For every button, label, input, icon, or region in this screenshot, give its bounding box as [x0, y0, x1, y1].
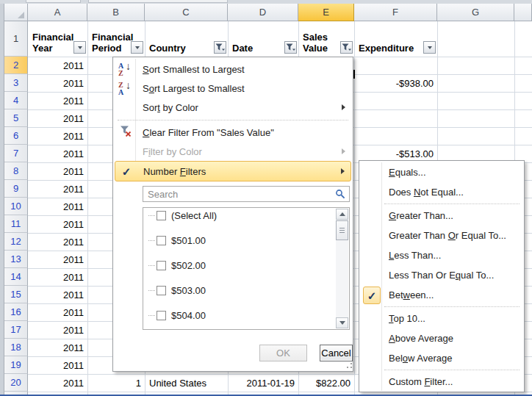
- cell-b20[interactable]: 1: [88, 375, 145, 392]
- column-header-c[interactable]: C: [145, 4, 228, 21]
- row-header-1[interactable]: 1: [4, 21, 28, 57]
- column-header-g[interactable]: G: [437, 4, 514, 21]
- filter-button-country[interactable]: [214, 41, 226, 54]
- list-scrollbar[interactable]: [336, 209, 348, 328]
- cancel-button[interactable]: Cancel: [320, 345, 353, 361]
- filter-button-financial-year[interactable]: [73, 41, 86, 54]
- cell-a11[interactable]: 2011: [29, 216, 87, 233]
- cell-d20[interactable]: 2011-01-19: [229, 375, 298, 392]
- filter-button-date[interactable]: [284, 41, 297, 54]
- filter-value-item-503-00[interactable]: $503.00: [143, 284, 349, 297]
- menu-item-top-10[interactable]: Top 10...: [361, 309, 522, 328]
- row-header-13[interactable]: 13: [4, 251, 28, 268]
- cell-a14[interactable]: 2011: [29, 269, 87, 286]
- row-header-14[interactable]: 14: [4, 268, 28, 286]
- filter-button-financial-period[interactable]: [131, 41, 143, 54]
- row-header-17[interactable]: 17: [4, 321, 28, 339]
- scroll-up-button[interactable]: [336, 209, 348, 220]
- filter-value-item-501-00[interactable]: $501.00: [143, 234, 349, 247]
- cell-a8[interactable]: 2011: [29, 163, 87, 180]
- column-header-a[interactable]: A: [28, 4, 87, 21]
- row-header-9[interactable]: 9: [4, 180, 28, 198]
- search-icon[interactable]: [335, 189, 346, 200]
- column-header-e[interactable]: E: [298, 4, 354, 21]
- menu-item-clear-filter-from-sales-value[interactable]: Clear Filter From "Sales Value": [115, 123, 351, 142]
- cell-a2[interactable]: 2011: [29, 57, 87, 74]
- submenu-arrow-icon: [342, 148, 345, 154]
- column-header-b[interactable]: B: [87, 4, 145, 21]
- cell-a5[interactable]: 2011: [29, 110, 87, 127]
- row-header-4[interactable]: 4: [4, 92, 28, 109]
- cell-a9[interactable]: 2011: [29, 181, 87, 198]
- cell-a6[interactable]: 2011: [29, 128, 87, 145]
- cell-a19[interactable]: 2011: [29, 357, 87, 374]
- row-header-12[interactable]: 12: [4, 233, 28, 251]
- row-header-8[interactable]: 8: [4, 162, 28, 180]
- filter-button-sales-value[interactable]: [340, 41, 353, 54]
- row-header-3[interactable]: 3: [4, 74, 28, 92]
- row-header-20[interactable]: 20: [4, 374, 28, 392]
- column-header-f[interactable]: F: [354, 4, 437, 21]
- menu-item-number-filters[interactable]: ✓Number Filters: [115, 161, 351, 181]
- row-header-15[interactable]: 15: [4, 286, 28, 303]
- value-label: $503.00: [166, 285, 206, 296]
- menu-item-sort-by-color[interactable]: Sort by Color: [115, 98, 351, 117]
- cell-a7[interactable]: 2011: [29, 145, 87, 162]
- menu-item-custom-filter[interactable]: Custom Filter...: [361, 372, 522, 392]
- menu-item-between[interactable]: ✓Between...: [361, 285, 522, 305]
- value-checkbox[interactable]: [157, 261, 166, 270]
- label-post: ess Than...: [394, 250, 441, 261]
- menu-item-above-average[interactable]: Above Average: [361, 328, 522, 348]
- menu-item-greater-than[interactable]: Greater Than...: [361, 206, 522, 226]
- cell-a18[interactable]: 2011: [29, 339, 87, 356]
- value-checkbox[interactable]: [157, 311, 166, 320]
- menu-item-less-than-or-equal-to[interactable]: Less Than Or Equal To...: [361, 265, 522, 285]
- cell-a3[interactable]: 2011: [29, 75, 87, 92]
- filter-value-item-502-00[interactable]: $502.00: [143, 259, 349, 272]
- cell-e20[interactable]: $822.00: [299, 375, 354, 392]
- cell-a17[interactable]: 2011: [29, 322, 87, 339]
- row-header-19[interactable]: 19: [4, 356, 28, 374]
- menu-item-does-not-equal[interactable]: Does Not Equal...: [361, 182, 522, 202]
- scrollbar-thumb[interactable]: [336, 220, 348, 240]
- row-header-7[interactable]: 7: [4, 145, 28, 162]
- filter-value-item-504-00[interactable]: $504.00: [143, 309, 349, 322]
- cell-a16[interactable]: 2011: [29, 304, 87, 321]
- cell-a15[interactable]: 2011: [29, 287, 87, 303]
- cell-a13[interactable]: 2011: [29, 251, 87, 268]
- row-header-10[interactable]: 10: [4, 198, 28, 215]
- scroll-down-button[interactable]: [336, 317, 348, 328]
- cell-c20[interactable]: United States: [145, 375, 228, 392]
- row-header-2[interactable]: 2: [4, 57, 28, 74]
- row-header-5[interactable]: 5: [4, 109, 28, 127]
- cell-a10[interactable]: 2011: [29, 198, 87, 215]
- column-header-partial[interactable]: [514, 4, 532, 21]
- cell-f3[interactable]: -$938.00: [355, 75, 437, 92]
- search-input[interactable]: [143, 186, 350, 202]
- select-all-corner[interactable]: [4, 4, 28, 21]
- menu-item-below-average[interactable]: Below Average: [361, 348, 522, 368]
- label-pre: Bet: [389, 289, 403, 300]
- value-checkbox[interactable]: [157, 236, 166, 245]
- menu-item-sort-largest-to-smallest[interactable]: ZA↓Sort Largest to Smallest: [115, 79, 351, 98]
- label-post: lear Filter From "Sales Value": [149, 127, 273, 138]
- column-header-d[interactable]: D: [228, 4, 298, 21]
- cell-a20[interactable]: 2011: [29, 375, 87, 392]
- label-post: ort Smallest to Largest: [149, 64, 245, 75]
- row-header-16[interactable]: 16: [4, 303, 28, 321]
- menu-item-less-than[interactable]: Less Than...: [361, 245, 522, 265]
- dropdown-arrow-icon: [78, 46, 82, 49]
- cell-a4[interactable]: 2011: [29, 93, 87, 109]
- menu-item-equals[interactable]: Equals...: [361, 162, 522, 182]
- cell-a12[interactable]: 2011: [29, 234, 87, 251]
- row-header-6[interactable]: 6: [4, 127, 28, 145]
- row-header-18[interactable]: 18: [4, 339, 28, 356]
- menu-item-greater-than-or-equal-to[interactable]: Greater Than Or Equal To...: [361, 226, 522, 245]
- value-checkbox[interactable]: [157, 211, 166, 220]
- menu-item-sort-smallest-to-largest[interactable]: AZ↓Sort Smallest to Largest: [115, 60, 351, 79]
- resize-grip[interactable]: [347, 367, 348, 368]
- filter-button-expenditure[interactable]: [423, 41, 436, 54]
- filter-value-item-select-all[interactable]: (Select All): [143, 209, 349, 222]
- row-header-11[interactable]: 11: [4, 215, 28, 233]
- value-checkbox[interactable]: [157, 286, 166, 295]
